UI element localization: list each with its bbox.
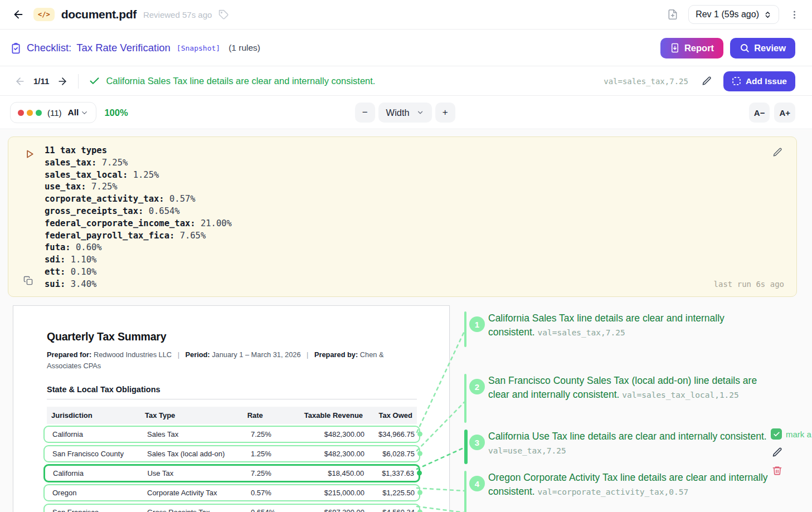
main-content: 11 tax types sales_tax: 7.25%sales_tax_l… <box>0 130 812 512</box>
tax-table: JurisdictionTax TypeRateTaxable RevenueT… <box>47 407 417 512</box>
green-status-dot <box>36 110 42 116</box>
chevron-up-down-icon <box>764 11 772 19</box>
meta-label: Prepared by: <box>314 350 358 359</box>
pencil-icon <box>702 76 712 86</box>
mark-label: mark a <box>786 430 811 439</box>
code-line: futa: 0.60% <box>45 242 232 254</box>
table-cell: 7.25% <box>247 469 299 477</box>
table-cell: $1,225.50 <box>364 489 415 497</box>
zoom-in-button[interactable]: + <box>435 103 455 123</box>
report-button-label: Report <box>684 43 714 53</box>
highlighted-table-row[interactable]: CaliforniaSales Tax7.25%$482,300.00$34,9… <box>43 426 420 443</box>
clipboard-check-icon <box>10 42 22 54</box>
table-cell: 1.25% <box>247 450 299 458</box>
document-meta: Prepared for: Redwood Industries LLC | P… <box>47 349 415 372</box>
section-divider <box>47 399 417 399</box>
meta-separator: | <box>303 350 312 359</box>
issue-count: (11) <box>47 108 62 118</box>
code-editor[interactable]: 11 tax types sales_tax: 7.25%sales_tax_l… <box>45 145 232 291</box>
code-line: gross_receipts_tax: 0.654% <box>45 206 232 218</box>
arrow-left-icon <box>14 76 26 87</box>
add-issue-label: Add Issue <box>746 76 787 86</box>
filter-value: All <box>68 108 89 118</box>
amber-status-dot <box>27 110 33 116</box>
tag-icon[interactable] <box>218 9 229 20</box>
checkbox-checked-icon[interactable] <box>771 428 782 440</box>
add-issue-button[interactable]: Add Issue <box>723 71 795 91</box>
edit-rule-button[interactable] <box>699 74 714 89</box>
document-title: document.pdf <box>61 8 137 21</box>
issue-filter-dropdown[interactable]: (11) All <box>10 102 96 123</box>
column-header: Rate <box>247 411 298 420</box>
highlighted-table-row[interactable]: San Francisco CountySales Tax (local add… <box>43 445 420 462</box>
code-line: federal_payroll_tax_fica: 7.65% <box>45 230 232 242</box>
zoom-out-button[interactable]: − <box>355 103 375 123</box>
top-bar: </> document.pdf Reviewed 57s ago Rev 1 … <box>0 0 812 30</box>
highlighted-table-row[interactable]: San FranciscoGross Receipts Tax0.654%$69… <box>43 504 420 512</box>
current-rule-text: California Sales Tax line details are cl… <box>106 76 604 86</box>
rule-navigation-bar: 1/11 California Sales Tax line details a… <box>0 67 812 96</box>
red-status-dot <box>18 110 24 116</box>
code-line: sdi: 1.10% <box>45 254 232 266</box>
pencil-icon <box>772 447 783 458</box>
annotation-bar <box>464 430 468 464</box>
checklist-label: Checklist: <box>27 42 71 54</box>
highlighted-table-row[interactable]: CaliforniaUse Tax7.25%$18,450.00$1,337.6… <box>43 464 420 482</box>
meta-value: Redwood Industries LLC <box>94 350 172 359</box>
review-button-label: Review <box>754 43 786 53</box>
edit-annotation-button[interactable] <box>772 447 811 458</box>
highlighted-table-row[interactable]: OregonCorporate Activity Tax0.57%$215,00… <box>43 484 420 501</box>
last-run-status: last run 6s ago <box>714 280 784 289</box>
report-button[interactable]: Report <box>660 38 723 58</box>
table-cell: Sales Tax <box>144 430 247 438</box>
annotation-number-badge: 3 <box>469 435 485 450</box>
meta-label: Period: <box>186 350 210 359</box>
revision-selector[interactable]: Rev 1 (59s ago) <box>688 5 779 24</box>
code-line: ett: 0.10% <box>45 266 232 279</box>
code-line: use_tax: 7.25% <box>45 181 232 193</box>
pencil-icon <box>772 147 783 158</box>
meta-value: January 1 – March 31, 2026 <box>212 350 300 359</box>
next-rule-button[interactable] <box>55 74 70 89</box>
file-plus-icon <box>667 9 678 20</box>
annotation-item[interactable]: 3 California Use Tax line details are cl… <box>464 430 776 457</box>
copy-icon <box>23 276 33 285</box>
annotation-bar <box>464 471 466 512</box>
annotation-actions: mark a <box>771 428 811 476</box>
table-cell: $215,000.00 <box>299 489 364 497</box>
table-cell: $18,450.00 <box>299 469 364 477</box>
more-menu-button[interactable] <box>787 7 802 22</box>
table-cell: $1,337.63 <box>364 469 414 477</box>
back-button[interactable] <box>10 6 27 23</box>
mark-checkbox-row[interactable]: mark a <box>771 428 811 440</box>
table-cell: $482,300.00 <box>299 430 364 438</box>
code-line: federal_corporate_income_tax: 21.00% <box>45 218 232 230</box>
annotation-item[interactable]: 4 Oregon Corporate Activity Tax line det… <box>464 471 776 499</box>
annotation-bar <box>464 374 466 423</box>
font-increase-button[interactable]: A+ <box>774 103 795 123</box>
run-button[interactable] <box>24 148 36 160</box>
table-cell: California <box>49 430 144 438</box>
review-button[interactable]: Review <box>730 38 795 58</box>
table-header-row: JurisdictionTax TypeRateTaxable RevenueT… <box>47 407 417 424</box>
delete-annotation-button[interactable] <box>772 465 811 476</box>
table-cell: $34,966.75 <box>364 430 415 438</box>
column-header: Taxable Revenue <box>298 411 363 420</box>
table-cell: San Francisco <box>49 508 144 512</box>
table-cell: Sales Tax (local add-on) <box>144 450 247 458</box>
font-decrease-button[interactable]: A− <box>749 103 770 123</box>
new-revision-button[interactable] <box>665 7 680 22</box>
fit-mode-dropdown[interactable]: Width <box>378 103 432 123</box>
annotation-item[interactable]: 1 California Sales Tax line details are … <box>464 311 776 339</box>
document-preview[interactable]: Quarterly Tax Summary Prepared for: Redw… <box>13 305 450 512</box>
annotation-item[interactable]: 2 San Francisco County Sales Tax (local … <box>464 374 776 402</box>
copy-button[interactable] <box>23 276 33 285</box>
table-body: CaliforniaSales Tax7.25%$482,300.00$34,9… <box>47 424 417 512</box>
document-heading: Quarterly Tax Summary <box>47 330 417 343</box>
meta-separator: | <box>174 350 183 359</box>
edit-code-button[interactable] <box>772 147 783 158</box>
previous-rule-button[interactable] <box>12 74 28 89</box>
annotation-code: val=sales_tax_local,1.25 <box>622 391 739 399</box>
column-header: Tax Type <box>145 411 247 420</box>
fit-mode-label: Width <box>386 108 410 118</box>
